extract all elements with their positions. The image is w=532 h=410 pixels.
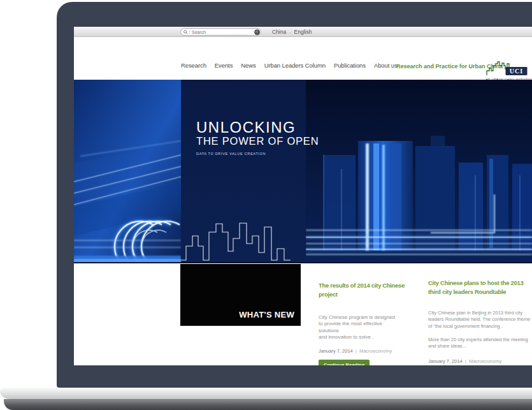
article-date: January 7, 2014	[319, 348, 353, 354]
logo-acronym: UCI	[510, 68, 523, 75]
browser-screen: China - English Research Events News Urb…	[74, 27, 532, 365]
article-title-link[interactable]: City Chinese plans to host the 2013 thir…	[428, 279, 532, 297]
lang-english-link[interactable]: English	[294, 29, 312, 35]
nav-about-us[interactable]: About us	[374, 62, 398, 69]
main-nav: Research Events News Urban Leaders Colum…	[181, 62, 398, 69]
meta-separator: |	[465, 358, 466, 364]
search-divider	[189, 30, 190, 34]
whats-new-label: WHAT'S NEW	[239, 310, 294, 319]
article-title-link[interactable]: The results of 2014 city Chinese project	[319, 281, 417, 300]
hero-banner-image	[74, 80, 532, 263]
article-date: January 7, 2014	[428, 358, 463, 364]
hero-subtitle: DATA TO DRIVE VALUE CREATION	[196, 152, 319, 156]
hero-title-line1: UNLOCKING	[196, 119, 319, 135]
nav-research[interactable]: Research	[181, 62, 206, 69]
continue-reading-button[interactable]: Continue Reading	[319, 360, 370, 366]
laptop-mockup: China - English Research Events News Urb…	[0, 0, 532, 410]
article-category-link[interactable]: Macroeconomy	[359, 348, 392, 354]
article-excerpt: City Chinese program is designed to prov…	[319, 314, 417, 341]
nav-publications[interactable]: Publications	[334, 62, 366, 69]
article-category-link[interactable]: Macroeconomy	[469, 358, 501, 364]
article-card: The results of 2014 city Chinese project…	[319, 281, 417, 365]
meta-separator: |	[356, 348, 357, 354]
nav-news[interactable]: News	[241, 62, 255, 69]
article-excerpt: City Chinese plan in Beijing in 2013 thi…	[428, 310, 532, 350]
nav-events[interactable]: Events	[215, 62, 233, 69]
article-meta: January 7, 2014 | Macroeconomy	[319, 348, 417, 354]
hero-title-line2: THE POWER OF OPEN	[196, 135, 319, 147]
laptop-base	[0, 388, 532, 399]
site-header: Research Events News Urban Leaders Colum…	[74, 37, 532, 80]
hero-text: UNLOCKING THE POWER OF OPEN DATA TO DRIV…	[196, 119, 319, 156]
laptop-base-bottom	[4, 399, 532, 410]
utility-bar: China - English	[74, 27, 532, 37]
language-switcher: China - English	[272, 27, 312, 37]
article-card: City Chinese plans to host the 2013 thir…	[428, 279, 532, 364]
hero-banner: UNLOCKING THE POWER OF OPEN DATA TO DRIV…	[74, 80, 532, 263]
search-input[interactable]	[192, 29, 254, 35]
search-box[interactable]	[180, 28, 261, 36]
content-section: WHAT'S NEW The results of 2014 city Chin…	[74, 263, 532, 365]
article-meta: January 7, 2014 | Macroeconomy	[428, 358, 532, 364]
search-icon	[183, 30, 188, 34]
lang-china-link[interactable]: China	[272, 29, 286, 35]
whats-new-panel: WHAT'S NEW	[180, 264, 301, 326]
nav-urban-leaders-column[interactable]: Urban Leaders Column	[264, 62, 326, 69]
lang-separator: -	[289, 30, 291, 34]
search-submit-button[interactable]	[254, 29, 260, 35]
